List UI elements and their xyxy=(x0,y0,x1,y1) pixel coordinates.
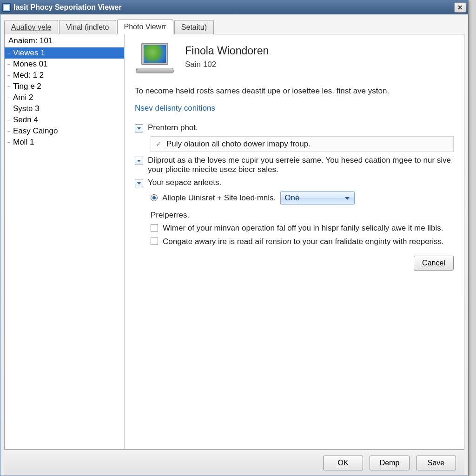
tree-item-med[interactable]: Med: 1 2 xyxy=(5,70,124,81)
demp-button[interactable]: Demp xyxy=(370,456,410,470)
sidebar-tree[interactable]: Anaiem: 101 Viewes 1 Mones 01 Med: 1 2 T… xyxy=(5,34,125,449)
checkbox-wimer-label: Wimer of your minvan operation fal off y… xyxy=(163,223,443,234)
tab-aualioy[interactable]: Aualioy yele xyxy=(4,20,58,34)
ok-button[interactable]: OK xyxy=(323,456,363,470)
option-sepace-label: Your sepace anleets. xyxy=(148,178,221,187)
tree-item-viewes[interactable]: Viewes 1 xyxy=(5,47,124,59)
close-icon: ✕ xyxy=(457,4,463,11)
check-icon: ✓ xyxy=(156,140,162,148)
tree-item-mones[interactable]: Mones 01 xyxy=(5,59,124,70)
tree-item-easy-caingo[interactable]: Easy Caingo xyxy=(5,126,124,137)
page-header: Finola Wiondoren Sain 102 xyxy=(135,43,454,76)
page-title: Finola Wiondoren xyxy=(185,45,269,57)
option-diiprout: Diiprout as a the loves me cupir you ser… xyxy=(135,156,454,174)
tab-photo-viewer[interactable]: Photo Viewrr xyxy=(117,20,173,34)
titlebar: Iasit Phocy Seporiation Viewer ✕ xyxy=(0,0,468,14)
option-sepace: Your sepace anleets. xyxy=(135,178,454,187)
tree-item-sedn[interactable]: Sedn 4 xyxy=(5,114,124,126)
checkbox-wimer: Wimer of your minvan operation fal off y… xyxy=(151,223,454,234)
tab-setaitu[interactable]: Setaitu) xyxy=(174,20,214,34)
radio-row-allople: Allople Uinisret + Site loed·mnls. One xyxy=(151,191,454,205)
cancel-area: Cancel xyxy=(135,256,454,271)
tree-root[interactable]: Anaiem: 101 xyxy=(5,34,124,47)
delivery-conditions-link[interactable]: Nsev delisnty conitions xyxy=(135,104,215,113)
checkbox-congate-box[interactable] xyxy=(151,238,158,245)
option-diiprout-toggle[interactable] xyxy=(135,157,143,165)
save-button[interactable]: Save xyxy=(416,456,456,470)
cancel-button[interactable]: Cancel xyxy=(414,256,454,271)
combo-one[interactable]: One xyxy=(280,191,355,205)
tab-vinal[interactable]: Vinal (indleto xyxy=(59,20,116,34)
checkbox-congate-label: Congate awary ire is read aif rension to… xyxy=(163,236,444,247)
window-title: Iasit Phocy Seporiation Viewer xyxy=(13,3,122,12)
tree-item-ting[interactable]: Ting e 2 xyxy=(5,81,124,92)
page-description: To necome hseid rosts sarnes deastit upe… xyxy=(135,86,454,97)
checkbox-congate: Congate awary ire is read aif rension to… xyxy=(151,236,454,247)
app-icon xyxy=(2,3,11,12)
page-subtitle: Sain 102 xyxy=(185,60,269,69)
radio-allople[interactable] xyxy=(151,194,158,201)
tree-item-syste[interactable]: Syste 3 xyxy=(5,103,124,114)
tabstrip: Aualioy yele Vinal (indleto Photo Viewrr… xyxy=(4,18,464,34)
option-prentern: Prentern phot. xyxy=(135,123,454,132)
radio-allople-label: Allople Uinisret + Site loed·mnls. xyxy=(162,193,276,203)
combo-one-value: One xyxy=(284,193,299,203)
dialog-footer: OK Demp Save xyxy=(4,450,464,476)
option-sepace-toggle[interactable] xyxy=(135,179,143,187)
option-prentern-label: Prentern phot. xyxy=(148,123,198,132)
tab-panel: Anaiem: 101 Viewes 1 Mones 01 Med: 1 2 T… xyxy=(4,34,464,450)
nested-option-label: Puly olauion all choto dower imapy froup… xyxy=(166,139,311,149)
preiperres-label: Preiperres. xyxy=(151,211,454,220)
option-prentern-toggle[interactable] xyxy=(135,124,143,132)
content-area: Finola Wiondoren Sain 102 To necome hsei… xyxy=(125,34,464,449)
laptop-icon xyxy=(135,43,176,76)
checkbox-wimer-box[interactable] xyxy=(151,224,158,231)
option-diiprout-label: Diiprout as a the loves me cupir you ser… xyxy=(148,156,454,174)
tree-item-moll[interactable]: Moll 1 xyxy=(5,137,124,148)
dialog-window: Iasit Phocy Seporiation Viewer ✕ Aualioy… xyxy=(0,0,469,476)
close-button[interactable]: ✕ xyxy=(454,2,466,13)
client-area: Aualioy yele Vinal (indleto Photo Viewrr… xyxy=(0,14,468,476)
tree-item-ami[interactable]: Ami 2 xyxy=(5,92,124,103)
nested-option-puly: ✓ Puly olauion all choto dower imapy fro… xyxy=(151,136,454,152)
